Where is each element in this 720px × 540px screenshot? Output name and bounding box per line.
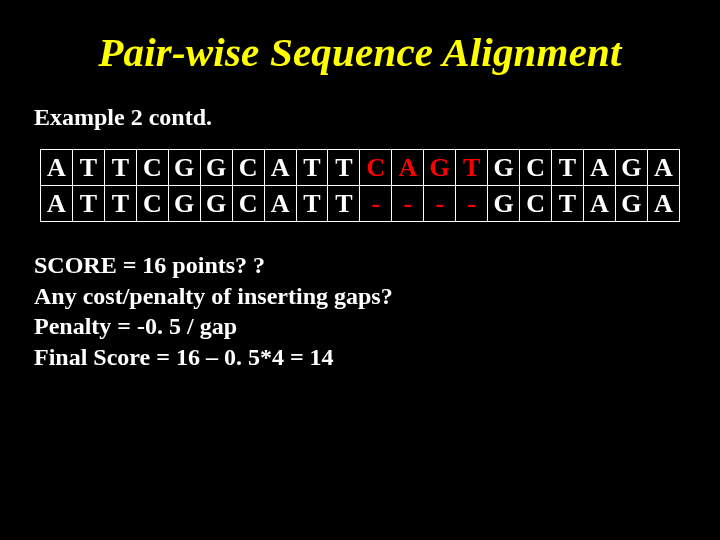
- alignment-cell: A: [41, 186, 73, 222]
- score-line: SCORE = 16 points? ?: [34, 250, 684, 281]
- alignment-cell: T: [104, 150, 136, 186]
- alignment-cell: G: [168, 150, 200, 186]
- alignment-cell: G: [488, 186, 520, 222]
- alignment-cell: A: [264, 150, 296, 186]
- alignment-cell: C: [232, 150, 264, 186]
- alignment-cell: T: [328, 186, 360, 222]
- final-score-line: Final Score = 16 – 0. 5*4 = 14: [34, 342, 684, 373]
- alignment-cell: -: [392, 186, 424, 222]
- question-line: Any cost/penalty of inserting gaps?: [34, 281, 684, 312]
- slide: Pair-wise Sequence Alignment Example 2 c…: [0, 0, 720, 540]
- alignment-cell: T: [296, 150, 328, 186]
- penalty-line: Penalty = -0. 5 / gap: [34, 311, 684, 342]
- alignment-cell: A: [583, 150, 615, 186]
- alignment-row: ATTCGGCATTCAGTGCTAGA: [41, 150, 680, 186]
- alignment-cell: G: [200, 150, 232, 186]
- alignment-cell: G: [488, 150, 520, 186]
- alignment-cell: A: [583, 186, 615, 222]
- alignment-cell: T: [104, 186, 136, 222]
- alignment-cell: T: [552, 186, 584, 222]
- alignment-cell: A: [41, 150, 73, 186]
- slide-subtitle: Example 2 contd.: [34, 104, 684, 131]
- alignment-cell: G: [615, 150, 647, 186]
- slide-title: Pair-wise Sequence Alignment: [36, 28, 684, 76]
- alignment-cell: G: [615, 186, 647, 222]
- alignment-cell: C: [520, 150, 552, 186]
- alignment-cell: T: [552, 150, 584, 186]
- alignment-cell: T: [296, 186, 328, 222]
- alignment-cell: A: [647, 150, 679, 186]
- alignment-cell: -: [456, 186, 488, 222]
- alignment-cell: C: [520, 186, 552, 222]
- alignment-cell: A: [647, 186, 679, 222]
- alignment-cell: C: [136, 150, 168, 186]
- alignment-cell: C: [360, 150, 392, 186]
- alignment-cell: -: [360, 186, 392, 222]
- alignment-table: ATTCGGCATTCAGTGCTAGAATTCGGCATT----GCTAGA: [40, 149, 680, 222]
- alignment-cell: T: [328, 150, 360, 186]
- alignment-cell: -: [424, 186, 456, 222]
- alignment-cell: G: [200, 186, 232, 222]
- alignment-cell: T: [72, 186, 104, 222]
- alignment-cell: A: [264, 186, 296, 222]
- alignment-cell: C: [232, 186, 264, 222]
- alignment-cell: G: [168, 186, 200, 222]
- alignment-cell: C: [136, 186, 168, 222]
- alignment-cell: G: [424, 150, 456, 186]
- alignment-row: ATTCGGCATT----GCTAGA: [41, 186, 680, 222]
- alignment-cell: T: [456, 150, 488, 186]
- alignment-cell: T: [72, 150, 104, 186]
- body-text: SCORE = 16 points? ? Any cost/penalty of…: [34, 250, 684, 373]
- alignment-cell: A: [392, 150, 424, 186]
